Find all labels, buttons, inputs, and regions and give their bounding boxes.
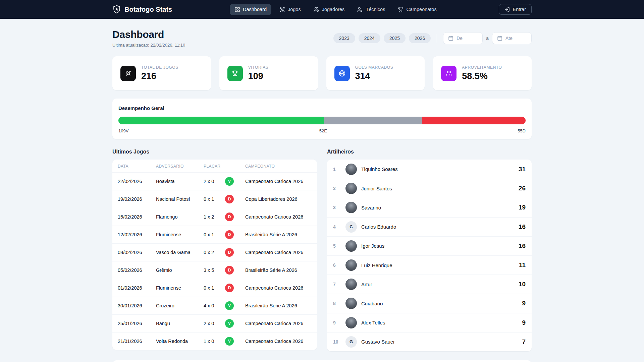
nav-menu: Dashboard Jogos Jogadores Técnicos Campe…: [230, 4, 441, 15]
game-result-cell: D: [225, 284, 245, 292]
stat-icon-wrap: [227, 66, 243, 81]
scorer-name: Luiz Henrique: [361, 262, 392, 268]
game-row: 05/02/2026Grêmio3 x 5DBrasileirão Série …: [112, 261, 317, 279]
scorer-rank: 2: [333, 186, 341, 191]
performance-card: Desempenho Geral 109V52E55D: [112, 99, 532, 139]
scorer-row: 7Artur10: [327, 275, 532, 294]
recent-games-section: Ultimos Jogos DATA ADVERSARIO PLACAR CAM…: [112, 149, 317, 351]
player-avatar: [345, 279, 357, 290]
login-button[interactable]: Entrar: [499, 4, 532, 15]
scorer-row: 6Luiz Henrique11: [327, 255, 532, 275]
game-result-cell: D: [225, 248, 245, 257]
bottom-card: [112, 360, 532, 362]
game-championship: Brasileirão Série A 2026: [245, 232, 312, 237]
stat-card: APROVEITAMENTO58.5%: [433, 56, 532, 90]
user-gear-icon: [357, 7, 363, 12]
result-badge: D: [225, 213, 234, 221]
game-score: 2 x 0: [204, 321, 225, 326]
page-header: Dashboard Ultima atualizacao: 22/02/2026…: [112, 29, 532, 48]
player-avatar: G: [345, 336, 357, 348]
year-chip-2023[interactable]: 2023: [333, 33, 355, 43]
page-title: Dashboard: [112, 29, 185, 40]
result-badge: V: [225, 177, 234, 186]
stat-card: GOLS MARCADOS314: [326, 56, 425, 90]
scorer-row: 2Júnior Santos26: [327, 179, 532, 198]
game-score: 4 x 0: [204, 303, 225, 308]
column-header-data: DATA: [118, 164, 156, 169]
trophy-icon: [398, 7, 404, 12]
game-date: 01/02/2026: [118, 285, 156, 291]
year-chip-2026[interactable]: 2026: [409, 33, 431, 43]
player-avatar: [345, 259, 357, 271]
scorer-row: 9Alex Telles9: [327, 313, 532, 332]
performance-labels: 109V52E55D: [118, 128, 526, 133]
scorer-rank: 10: [333, 339, 341, 345]
year-chip-2024[interactable]: 2024: [359, 33, 380, 43]
stat-value: 58.5%: [462, 71, 502, 81]
game-championship: Brasileirão Série A 2026: [245, 267, 312, 273]
recent-games-panel: DATA ADVERSARIO PLACAR CAMPEONATO 22/02/…: [112, 160, 317, 350]
scorer-rank: 3: [333, 205, 341, 210]
scorer-goals: 26: [519, 185, 526, 192]
nav-item-tecnicos[interactable]: Técnicos: [353, 4, 390, 15]
game-row: 30/01/2026Cruzeiro4 x 0VBrasileirão Séri…: [112, 297, 317, 314]
nav-item-label: Jogadores: [322, 7, 345, 12]
game-result-cell: D: [225, 230, 245, 239]
game-championship: Campeonato Carioca 2026: [245, 179, 312, 184]
nav-item-campeonatos[interactable]: Campeonatos: [393, 4, 441, 15]
game-championship: Campeonato Carioca 2026: [245, 214, 312, 220]
scorer-rank: 9: [333, 320, 341, 325]
stat-icon-wrap: [441, 66, 457, 81]
result-badge: V: [225, 301, 234, 310]
game-row: 25/01/2026Bangu2 x 0VCampeonato Carioca …: [112, 314, 317, 332]
scorer-rank: 7: [333, 282, 341, 287]
game-date: 15/02/2026: [118, 214, 156, 220]
scorer-name: Igor Jesus: [361, 243, 384, 249]
users-icon: [446, 70, 452, 76]
result-badge: V: [225, 319, 234, 328]
year-chip-2025[interactable]: 2025: [384, 33, 406, 43]
game-result-cell: D: [225, 266, 245, 275]
game-date: 08/02/2026: [118, 250, 156, 255]
brand[interactable]: Botafogo Stats: [112, 5, 172, 14]
result-badge: D: [225, 230, 234, 239]
scorer-rank: 4: [333, 224, 341, 230]
player-avatar: [345, 240, 357, 252]
stat-label: GOLS MARCADOS: [355, 65, 393, 70]
date-from-placeholder: De: [457, 36, 463, 41]
calendar-icon: [448, 36, 453, 41]
date-from-input[interactable]: De: [443, 32, 483, 44]
date-to-input[interactable]: Ate: [492, 32, 532, 44]
game-date: 21/01/2026: [118, 339, 156, 344]
game-date: 05/02/2026: [118, 267, 156, 273]
scorer-rank: 1: [333, 167, 341, 172]
game-result-cell: V: [225, 177, 245, 186]
scorer-goals: 10: [519, 281, 526, 288]
calendar-icon: [497, 36, 502, 41]
stat-card: VITORIAS109: [219, 56, 318, 90]
scorer-rank: 8: [333, 301, 341, 306]
game-championship: Campeonato Carioca 2026: [245, 339, 312, 344]
game-score: 1 x 0: [204, 339, 225, 344]
game-championship: Brasileirão Série A 2026: [245, 303, 312, 308]
game-score: 3 x 5: [204, 267, 225, 273]
game-opponent: Fluminense: [156, 285, 204, 291]
stat-text: APROVEITAMENTO58.5%: [462, 65, 502, 81]
scorer-row: 8Cuiabano9: [327, 294, 532, 313]
game-row: 19/02/2026Nacional Potosí0 x 1DCopa Libe…: [112, 190, 317, 208]
performance-segment-label: 52E: [319, 128, 327, 133]
column-header-campeonato: CAMPEONATO: [245, 164, 312, 169]
nav-item-jogadores[interactable]: Jogadores: [309, 4, 350, 15]
stat-label: TOTAL DE JOGOS: [141, 65, 178, 70]
club-shield-icon: [112, 5, 121, 14]
brand-label: Botafogo Stats: [124, 6, 172, 13]
nav-item-jogos[interactable]: Jogos: [275, 4, 306, 15]
nav-item-label: Técnicos: [366, 7, 385, 12]
nav-item-dashboard[interactable]: Dashboard: [230, 4, 271, 15]
performance-bar: [118, 117, 526, 124]
game-score: 0 x 1: [204, 232, 225, 237]
swords-icon: [279, 7, 285, 12]
stat-text: GOLS MARCADOS314: [355, 65, 393, 81]
game-opponent: Flamengo: [156, 214, 204, 220]
top-scorers-section: Artilheiros 1Tiquinho Soares312Júnior Sa…: [327, 149, 532, 351]
